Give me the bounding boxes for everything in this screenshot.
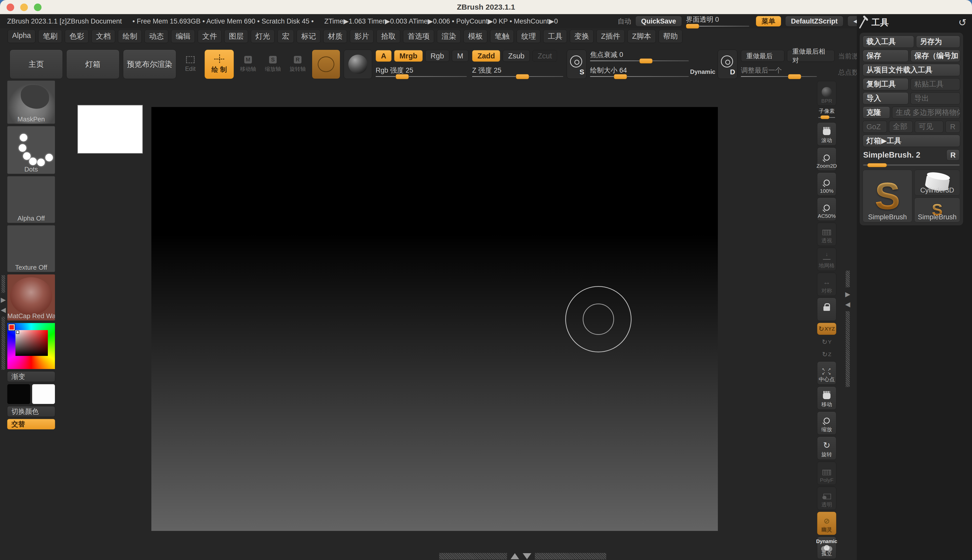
scale-gyro-button[interactable]: S 缩放轴 <box>262 50 284 79</box>
menu-zscript[interactable]: Z脚本 <box>628 30 656 43</box>
dynamic-label[interactable]: Dynamic <box>690 68 715 75</box>
goz-button[interactable]: GoZ <box>863 121 887 133</box>
menu-tool[interactable]: 工具 <box>543 30 567 43</box>
load-tool-button[interactable]: 载入工具 <box>863 36 914 48</box>
menu-file[interactable]: 文件 <box>198 30 222 43</box>
adjust-last-knob[interactable] <box>788 74 801 79</box>
menu-render[interactable]: 渲染 <box>437 30 461 43</box>
saturation-selector[interactable] <box>16 331 19 334</box>
floor-grid-button[interactable]: ↓ 地网格 <box>817 248 836 271</box>
actual-size-button[interactable]: 100% <box>817 173 836 196</box>
close-button[interactable] <box>7 3 14 11</box>
document-canvas[interactable] <box>151 107 718 531</box>
scroll-button[interactable]: 滚动 <box>817 122 836 146</box>
tool-slider-knob[interactable] <box>867 163 887 167</box>
rgb-intensity-knob[interactable] <box>396 74 409 79</box>
right-tray-divider[interactable]: ▶ ◀ <box>844 271 851 387</box>
mrgb-toggle[interactable]: Mrgb <box>394 50 423 62</box>
load-from-project-button[interactable]: 从项目文件载入工具 <box>863 64 960 76</box>
current-alpha-thumbnail[interactable]: Alpha Off <box>7 176 55 223</box>
goz-visible-button[interactable]: 可见 <box>915 121 944 133</box>
close-tray-arrow-icon[interactable]: ◀ <box>1 307 6 313</box>
z-intensity-track[interactable] <box>472 76 563 77</box>
alternate-button[interactable]: 交替 <box>7 419 55 430</box>
lightbox-button[interactable]: 灯箱 <box>66 50 119 79</box>
clone-button[interactable]: 克隆 <box>863 107 890 118</box>
menu-brush[interactable]: 笔刷 <box>38 30 62 43</box>
restore-configuration-icon[interactable]: ↺ <box>958 17 967 28</box>
focal-shift-slider[interactable]: 焦点衰减 0 <box>590 50 689 63</box>
draw-button[interactable]: 绘 制 <box>205 50 234 79</box>
subpixel-knob[interactable] <box>820 115 830 119</box>
left-tray-divider[interactable]: ▶ ◀ <box>1 275 5 370</box>
rotate-y-button[interactable]: ↻ Y <box>817 337 836 347</box>
focal-shift-track[interactable] <box>590 60 689 61</box>
menu-material[interactable]: 材质 <box>323 30 347 43</box>
current-texture-thumbnail[interactable]: Texture Off <box>7 225 55 272</box>
divider-grip[interactable] <box>2 317 5 370</box>
tool-r-button[interactable]: R <box>947 150 960 161</box>
divider-grip[interactable] <box>535 553 606 560</box>
menu-texture[interactable]: 纹理 <box>517 30 540 43</box>
rgb-toggle[interactable]: Rgb <box>425 50 449 62</box>
symmetry-button[interactable]: ↔ 对称 <box>817 273 836 296</box>
menu-layer[interactable]: 图层 <box>224 30 248 43</box>
redo-last-relative-button[interactable]: 重做最后相对 <box>787 50 835 62</box>
draw-size-knob[interactable] <box>614 74 627 79</box>
menu-color[interactable]: 色彩 <box>65 30 89 43</box>
a-toggle[interactable]: A <box>376 50 392 62</box>
draw-size-track[interactable] <box>590 76 689 77</box>
divider-grip[interactable] <box>439 553 507 560</box>
rotate-gyro-button[interactable]: R 旋转轴 <box>287 50 308 79</box>
goz-r-button[interactable]: R <box>945 121 960 133</box>
zcut-toggle[interactable]: Zcut <box>532 50 557 62</box>
menu-help[interactable]: 帮助 <box>659 30 682 43</box>
menu-edit[interactable]: 编辑 <box>171 30 195 43</box>
current-material-thumbnail[interactable]: MatCap Red Wax <box>7 274 55 321</box>
gradient-button[interactable]: 渐变 <box>7 371 55 382</box>
ui-opacity-track[interactable] <box>686 26 749 27</box>
rgb-intensity-slider[interactable]: Rgb 强度 25 <box>376 66 467 78</box>
rotate-z-button[interactable]: ↻ Z <box>817 349 836 360</box>
subpixel-control[interactable]: 子像素 <box>817 107 836 121</box>
move-gyro-button[interactable]: M 移动轴 <box>237 50 259 79</box>
menu-macro[interactable]: 宏 <box>277 30 294 43</box>
current-stroke-thumbnail[interactable]: Dots <box>7 126 55 174</box>
menu-light[interactable]: 灯光 <box>251 30 275 43</box>
import-button[interactable]: 导入 <box>863 92 909 105</box>
tool-inventory-slider[interactable] <box>863 163 960 167</box>
brush-preview-button[interactable] <box>312 50 340 79</box>
adjust-last-track[interactable] <box>741 76 817 77</box>
z-intensity-slider[interactable]: Z 强度 25 <box>472 66 563 78</box>
divider-grip[interactable] <box>846 271 850 287</box>
goz-all-button[interactable]: 全部 <box>889 121 913 133</box>
rotate-xyz-button[interactable]: ↻ XYZ <box>817 323 836 335</box>
cylinder3d-thumbnail[interactable]: Cylinder3D <box>914 170 960 195</box>
zadd-toggle[interactable]: Zadd <box>472 50 500 62</box>
zoom-button[interactable] <box>34 3 42 11</box>
antialiased-half-button[interactable]: AC50% <box>817 198 836 221</box>
frame-center-button[interactable]: ↖ ↗↙ ↘ 中心点 <box>817 362 836 385</box>
zscript-button[interactable]: DefaultZScript <box>785 16 843 27</box>
color-picker[interactable] <box>7 323 55 369</box>
document-thumbnail[interactable] <box>77 105 143 153</box>
secondary-color-swatch[interactable] <box>32 384 55 404</box>
solo-button[interactable]: Dynamic 孤立 <box>817 537 836 559</box>
menu-zplugin[interactable]: Z插件 <box>596 30 625 43</box>
save-button[interactable]: 保存 <box>863 50 909 62</box>
open-bottom-tray-icon[interactable] <box>511 553 519 559</box>
bpr-render-button[interactable]: BPR <box>817 81 836 106</box>
edit-button[interactable]: Edit <box>180 50 201 79</box>
menu-marker[interactable]: 标记 <box>297 30 321 43</box>
polyframe-button[interactable]: PolyF <box>817 462 836 485</box>
open-tray-arrow-icon[interactable]: ▶ <box>845 291 850 297</box>
minimize-button[interactable] <box>20 3 28 11</box>
draw-size-slider[interactable]: 绘制大小 64 Dynamic <box>590 66 689 78</box>
export-button[interactable]: 导出 <box>910 92 960 105</box>
rotate-canvas-button[interactable]: ↻ 旋转 <box>817 437 836 460</box>
close-bottom-tray-icon[interactable] <box>523 553 531 559</box>
menu-stencil[interactable]: 模板 <box>463 30 487 43</box>
saturation-box[interactable] <box>15 330 48 356</box>
menu-document[interactable]: 文档 <box>91 30 115 43</box>
switch-colors-button[interactable]: 切换颜色 <box>7 406 55 417</box>
